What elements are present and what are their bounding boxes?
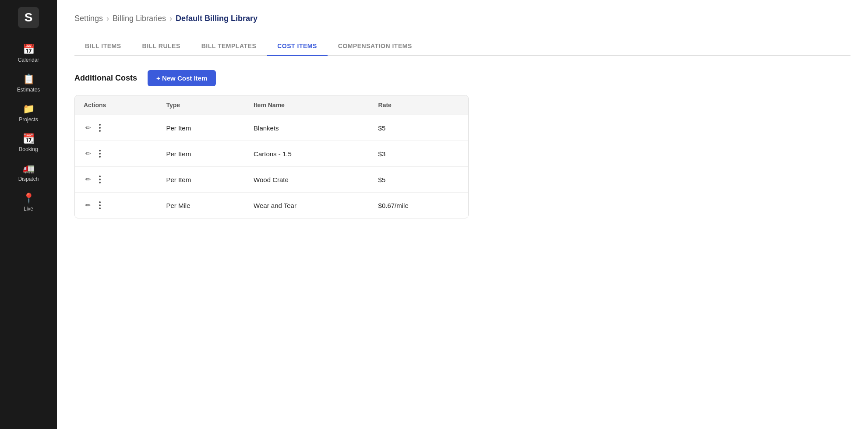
table-row: Per ItemCartons - 1.5$3 — [75, 141, 468, 167]
edit-button[interactable] — [84, 148, 93, 159]
sidebar: S Calendar Estimates Projects Booking Di… — [0, 0, 57, 429]
sidebar-item-live[interactable]: Live — [0, 187, 57, 217]
sidebar-item-estimates[interactable]: Estimates — [0, 68, 57, 98]
brand-logo: S — [18, 7, 39, 28]
tabs-bar: BILL ITEMS BILL RULES BILL TEMPLATES COS… — [74, 37, 850, 56]
item-name-cell: Blankets — [245, 115, 369, 141]
sidebar-item-label: Projects — [19, 116, 38, 123]
estimates-icon — [23, 74, 35, 85]
section-header: Additional Costs + New Cost Item — [74, 70, 850, 86]
projects-icon — [23, 103, 35, 115]
tab-bill-templates[interactable]: BILL TEMPLATES — [191, 37, 267, 56]
breadcrumb-separator-1: › — [106, 14, 109, 23]
item-name-cell: Cartons - 1.5 — [245, 141, 369, 167]
col-header-item-name: Item Name — [245, 95, 369, 115]
more-options-button[interactable] — [96, 174, 103, 185]
section-title: Additional Costs — [74, 74, 137, 83]
table-row: Per ItemWood Crate$5 — [75, 167, 468, 193]
sidebar-item-label: Booking — [19, 146, 38, 152]
col-header-actions: Actions — [75, 95, 158, 115]
tab-bill-items[interactable]: BILL ITEMS — [74, 37, 132, 56]
rate-cell: $0.67/mile — [370, 193, 468, 218]
breadcrumb-settings[interactable]: Settings — [74, 14, 103, 23]
col-header-type: Type — [158, 95, 245, 115]
type-cell: Per Mile — [158, 193, 245, 218]
rate-cell: $3 — [370, 141, 468, 167]
cost-items-table-container: Actions Type Item Name Rate Per ItemBlan… — [74, 95, 469, 218]
breadcrumb-billing-libraries[interactable]: Billing Libraries — [113, 14, 166, 23]
tab-compensation-items[interactable]: COMPENSATION ITEMS — [328, 37, 423, 56]
new-cost-item-button[interactable]: + New Cost Item — [148, 70, 216, 86]
breadcrumb-current: Default Billing Library — [176, 14, 258, 23]
actions-cell — [75, 115, 158, 141]
sidebar-item-booking[interactable]: Booking — [0, 128, 57, 158]
main-content: Settings › Billing Libraries › Default B… — [57, 0, 868, 429]
edit-button[interactable] — [84, 122, 93, 134]
type-cell: Per Item — [158, 167, 245, 193]
more-options-button[interactable] — [96, 200, 103, 211]
edit-button[interactable] — [84, 174, 93, 185]
tab-cost-items[interactable]: COST ITEMS — [267, 37, 328, 56]
edit-button[interactable] — [84, 200, 93, 211]
item-name-cell: Wear and Tear — [245, 193, 369, 218]
sidebar-item-label: Calendar — [18, 57, 39, 63]
calendar-icon — [23, 44, 35, 55]
dispatch-icon — [23, 163, 35, 174]
type-cell: Per Item — [158, 115, 245, 141]
item-name-cell: Wood Crate — [245, 167, 369, 193]
actions-cell — [75, 167, 158, 193]
sidebar-item-calendar[interactable]: Calendar — [0, 39, 57, 68]
breadcrumb-separator-2: › — [169, 14, 172, 23]
table-row: Per MileWear and Tear$0.67/mile — [75, 193, 468, 218]
type-cell: Per Item — [158, 141, 245, 167]
actions-cell — [75, 193, 158, 218]
booking-icon — [23, 133, 35, 144]
table-header-row: Actions Type Item Name Rate — [75, 95, 468, 115]
rate-cell: $5 — [370, 167, 468, 193]
table-row: Per ItemBlankets$5 — [75, 115, 468, 141]
more-options-button[interactable] — [96, 148, 103, 159]
sidebar-item-dispatch[interactable]: Dispatch — [0, 158, 57, 187]
sidebar-item-label: Live — [24, 206, 33, 212]
col-header-rate: Rate — [370, 95, 468, 115]
tab-bill-rules[interactable]: BILL RULES — [132, 37, 191, 56]
sidebar-item-label: Estimates — [17, 87, 40, 93]
cost-items-table: Actions Type Item Name Rate Per ItemBlan… — [75, 95, 468, 218]
rate-cell: $5 — [370, 115, 468, 141]
sidebar-item-projects[interactable]: Projects — [0, 98, 57, 128]
sidebar-item-label: Dispatch — [18, 176, 39, 182]
more-options-button[interactable] — [96, 122, 103, 134]
actions-cell — [75, 141, 158, 167]
breadcrumb: Settings › Billing Libraries › Default B… — [74, 14, 850, 23]
live-icon — [23, 193, 35, 204]
